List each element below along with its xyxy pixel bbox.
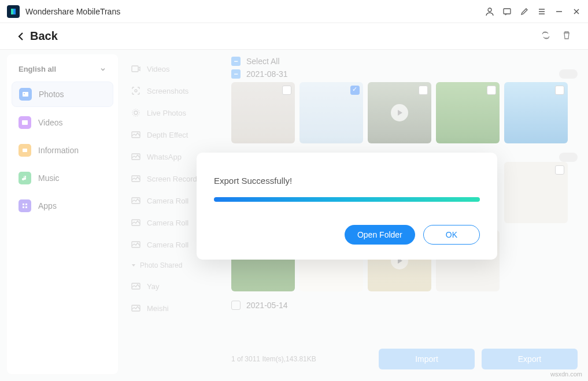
sidebar-item-apps[interactable]: Apps <box>12 194 113 218</box>
svg-rect-8 <box>23 204 24 205</box>
footer: 1 of 3011 Item(s),143.81KB Import Export <box>231 344 578 374</box>
select-all-label: Select All <box>246 57 280 66</box>
account-icon[interactable] <box>485 7 494 16</box>
ok-button[interactable]: OK <box>423 225 480 245</box>
thumbnail[interactable] <box>504 162 568 223</box>
thumb-checkbox[interactable] <box>487 86 496 95</box>
apps-icon <box>19 199 31 212</box>
watermark: wsxdn.com <box>550 371 582 378</box>
grid-header: − Select All <box>231 56 578 67</box>
folder-item-livephotos[interactable]: Live Photos <box>127 102 225 124</box>
sidebar-item-label: Information <box>38 146 79 155</box>
folder-item-yay[interactable]: Yay <box>127 275 225 297</box>
thumbnail[interactable] <box>368 82 431 143</box>
export-success-modal: Export Successfully! Open Folder OK <box>197 153 497 260</box>
svg-rect-9 <box>25 204 27 205</box>
svg-point-13 <box>135 90 137 92</box>
date-row: 2021-05-14 <box>231 298 578 313</box>
thumbnail[interactable] <box>299 82 363 143</box>
sidebar-item-music[interactable]: Music <box>12 166 113 190</box>
sidebar-item-videos[interactable]: Videos <box>12 110 113 135</box>
svg-point-2 <box>488 8 491 12</box>
footer-info: 1 of 3011 Item(s),143.81KB <box>231 355 316 363</box>
svg-rect-4 <box>23 92 28 97</box>
thumbnail-row <box>231 82 578 143</box>
chevron-down-icon <box>99 66 106 73</box>
sidebar-item-label: Videos <box>38 118 63 127</box>
language-select[interactable]: English all <box>12 60 113 78</box>
videos-icon <box>19 116 31 129</box>
photos-icon <box>19 88 32 101</box>
folder-item-screenshots[interactable]: Screenshots <box>127 80 225 102</box>
date-checkbox[interactable]: − <box>231 69 241 79</box>
thumb-checkbox[interactable] <box>282 86 291 95</box>
svg-rect-7 <box>23 149 27 152</box>
sidebar-item-photos[interactable]: Photos <box>12 82 113 107</box>
music-icon <box>19 172 31 184</box>
backbar: Back <box>0 23 588 50</box>
triangle-down-icon <box>131 262 136 268</box>
folder-item-videos[interactable]: Videos <box>127 58 225 80</box>
chevron-left-icon <box>16 31 27 42</box>
title-icons <box>485 7 581 16</box>
modal-title: Export Successfully! <box>214 176 480 186</box>
thumb-checkbox[interactable] <box>555 86 564 95</box>
svg-point-5 <box>24 93 25 94</box>
feedback-icon[interactable] <box>502 7 512 16</box>
sidebar-item-label: Apps <box>38 201 57 210</box>
thumb-checkbox[interactable] <box>419 86 428 95</box>
progress-bar <box>214 197 480 202</box>
trash-icon[interactable] <box>561 30 572 43</box>
folder-item-meishi[interactable]: Meishi <box>127 297 225 319</box>
svg-rect-10 <box>23 206 24 208</box>
date-row: − 2021-08-31 <box>231 67 578 82</box>
date-label: 2021-08-31 <box>246 69 288 79</box>
svg-rect-0 <box>11 9 13 14</box>
menu-icon[interactable] <box>537 7 546 16</box>
sidebar: English all Photos Videos Information Mu… <box>7 54 118 374</box>
minimize-icon[interactable] <box>554 7 564 16</box>
count-badge <box>559 153 578 162</box>
modal-buttons: Open Folder OK <box>214 225 480 245</box>
folder-item-deptheffect[interactable]: Depth Effect <box>127 124 225 146</box>
svg-rect-1 <box>13 9 16 14</box>
svg-rect-6 <box>22 120 28 125</box>
thumbnail[interactable] <box>436 82 500 143</box>
language-label: English all <box>19 65 56 73</box>
app-title: Wondershare MobileTrans <box>25 7 120 16</box>
thumb-checkbox[interactable] <box>555 165 564 175</box>
svg-rect-11 <box>25 206 27 208</box>
play-icon <box>391 104 408 121</box>
svg-rect-12 <box>132 66 138 72</box>
titlebar: Wondershare MobileTrans <box>0 0 588 23</box>
date-label: 2021-05-14 <box>246 301 288 310</box>
app-logo <box>7 5 20 18</box>
sidebar-item-label: Photos <box>39 90 64 99</box>
sidebar-item-label: Music <box>38 173 60 183</box>
import-button[interactable]: Import <box>379 349 475 369</box>
date-checkbox[interactable] <box>231 301 241 310</box>
svg-point-14 <box>134 111 138 114</box>
information-icon <box>19 144 31 157</box>
thumb-checkbox[interactable] <box>350 86 360 95</box>
sidebar-item-information[interactable]: Information <box>12 138 113 162</box>
select-all-checkbox[interactable]: − <box>231 57 241 66</box>
svg-point-15 <box>132 109 139 116</box>
back-label: Back <box>30 29 58 43</box>
edit-icon[interactable] <box>520 7 529 16</box>
thumbnail[interactable] <box>231 82 295 143</box>
count-badge <box>559 69 578 79</box>
back-button[interactable]: Back <box>16 29 58 43</box>
back-icons <box>541 30 572 43</box>
open-folder-button[interactable]: Open Folder <box>345 225 415 245</box>
close-icon[interactable] <box>572 7 581 16</box>
refresh-icon[interactable] <box>541 30 551 43</box>
svg-rect-3 <box>504 9 511 14</box>
thumbnail[interactable] <box>504 82 568 143</box>
export-button[interactable]: Export <box>482 349 578 369</box>
